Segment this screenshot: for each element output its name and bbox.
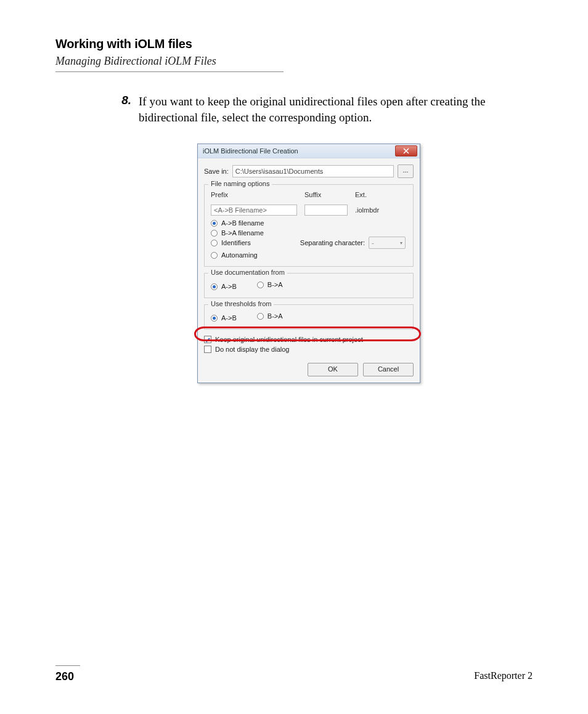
- suffix-label: Suffix: [304, 191, 348, 198]
- prefix-label: Prefix: [211, 191, 297, 198]
- doc-radio-ba-label: B->A: [267, 281, 283, 288]
- file-naming-group: File naming options Prefix Suffix Ext. <…: [204, 184, 414, 267]
- ok-button[interactable]: OK: [308, 363, 358, 376]
- thresholds-from-group: Use thresholds from A->B B->A: [204, 304, 414, 330]
- header-rule: [55, 71, 284, 72]
- file-naming-title: File naming options: [208, 180, 272, 187]
- doc-radio-ba[interactable]: B->A: [257, 281, 283, 288]
- radio-ab-filename-label: A->B filename: [221, 219, 264, 227]
- step-number: 8.: [114, 94, 131, 107]
- documentation-from-group: Use documentation from A->B B->A: [204, 273, 414, 298]
- thresh-radio-ba-label: B->A: [267, 312, 283, 320]
- product-name: FastReporter 2: [474, 670, 533, 681]
- checkbox-no-dialog[interactable]: Do not display the dialog: [204, 346, 414, 353]
- document-page: Working with iOLM files Managing Bidirec…: [0, 0, 588, 714]
- file-naming-inputs: <A->B Filename> .iolmbdr: [211, 205, 407, 216]
- checkbox-keep-originals[interactable]: Keep original unidirectional files in cu…: [204, 336, 414, 343]
- browse-button[interactable]: ...: [398, 164, 414, 178]
- radio-autonaming-label: Autonaming: [221, 251, 258, 259]
- save-in-path[interactable]: C:\Users\isasau1\Documents: [232, 165, 394, 177]
- thresh-radio-ab[interactable]: A->B: [211, 314, 237, 322]
- close-button[interactable]: [395, 145, 417, 156]
- close-icon: [402, 148, 410, 154]
- subsection-title: Managing Bidirectional iOLM Files: [55, 55, 533, 68]
- radio-ba-filename-label: B->A filename: [221, 229, 264, 237]
- page-number: 260: [55, 670, 74, 683]
- doc-radio-ab[interactable]: A->B: [211, 283, 237, 290]
- checkbox-keep-originals-label: Keep original unidirectional files in cu…: [215, 336, 363, 343]
- page-header: Working with iOLM files Managing Bidirec…: [55, 37, 533, 72]
- radio-identifiers-label: Identifiers: [221, 239, 251, 246]
- radio-ba-filename[interactable]: B->A filename: [211, 229, 407, 237]
- separating-character-select[interactable]: - ▾: [369, 237, 406, 249]
- dialog-body: Save in: C:\Users\isasau1\Documents ... …: [198, 158, 420, 359]
- documentation-from-title: Use documentation from: [208, 269, 287, 276]
- step-text: If you want to keep the original unidire…: [139, 94, 526, 125]
- radio-autonaming[interactable]: Autonaming: [211, 251, 407, 259]
- ext-label: Ext.: [355, 191, 392, 198]
- checkbox-keep-originals-box[interactable]: [204, 336, 211, 343]
- thresh-radio-ba[interactable]: B->A: [257, 312, 283, 320]
- dialog-titlebar: iOLM Bidirectional File Creation: [198, 144, 420, 158]
- prefix-input[interactable]: <A->B Filename>: [211, 205, 297, 216]
- radio-ab-filename[interactable]: A->B filename: [211, 219, 407, 227]
- file-naming-labels: Prefix Suffix Ext.: [211, 191, 407, 201]
- checkbox-no-dialog-label: Do not display the dialog: [215, 346, 289, 353]
- dialog-title: iOLM Bidirectional File Creation: [203, 147, 298, 155]
- suffix-input[interactable]: [304, 205, 348, 216]
- ext-value: .iolmbdr: [355, 205, 392, 216]
- chevron-down-icon: ▾: [400, 240, 402, 246]
- dialog-screenshot: iOLM Bidirectional File Creation Save in…: [197, 144, 526, 383]
- checkbox-no-dialog-box[interactable]: [204, 346, 211, 353]
- section-title: Working with iOLM files: [55, 37, 533, 51]
- step-block: 8. If you want to keep the original unid…: [55, 94, 533, 383]
- separating-character-value: -: [372, 239, 374, 246]
- dialog: iOLM Bidirectional File Creation Save in…: [197, 144, 420, 383]
- save-in-label: Save in:: [204, 168, 229, 175]
- separating-character-label: Separating character:: [300, 239, 365, 246]
- doc-radio-ab-label: A->B: [221, 283, 237, 290]
- thresh-radio-ab-label: A->B: [221, 314, 237, 322]
- thresholds-from-title: Use thresholds from: [208, 300, 274, 307]
- footer-rule: [55, 665, 80, 666]
- save-in-row: Save in: C:\Users\isasau1\Documents ...: [204, 164, 414, 178]
- page-footer: 260 FastReporter 2: [55, 670, 533, 683]
- cancel-button[interactable]: Cancel: [363, 363, 414, 376]
- dialog-button-row: OK Cancel: [198, 359, 420, 383]
